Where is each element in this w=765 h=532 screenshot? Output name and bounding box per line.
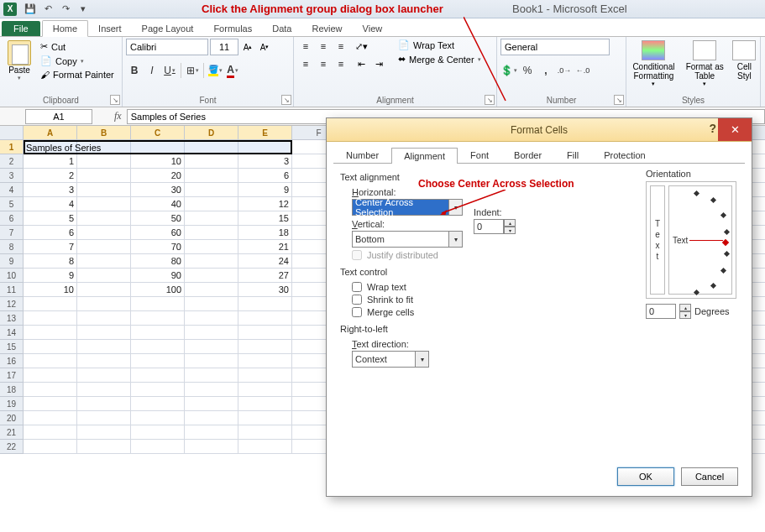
- row-header-3[interactable]: 3: [0, 169, 24, 183]
- cell[interactable]: 12: [238, 197, 292, 211]
- row-header-5[interactable]: 5: [0, 197, 24, 211]
- tab-formulas[interactable]: Formulas: [203, 21, 262, 36]
- cell[interactable]: 100: [131, 283, 185, 297]
- cell[interactable]: [131, 326, 185, 340]
- cell[interactable]: 21: [238, 240, 292, 254]
- cell[interactable]: [185, 354, 238, 368]
- cell[interactable]: 90: [131, 269, 185, 283]
- cell[interactable]: [77, 226, 131, 240]
- cancel-button[interactable]: Cancel: [681, 467, 738, 486]
- dialog-close-button[interactable]: ✕: [718, 118, 752, 141]
- indent-spinner[interactable]: 0: [474, 219, 504, 234]
- bottom-align-button[interactable]: ≡: [333, 39, 349, 54]
- cell[interactable]: [131, 140, 185, 154]
- clipboard-launcher[interactable]: ↘: [110, 95, 120, 105]
- cell[interactable]: 6: [238, 169, 292, 183]
- orientation-dial[interactable]: Text: [668, 185, 732, 295]
- cell[interactable]: [185, 269, 238, 283]
- dlg-tab-border[interactable]: Border: [501, 147, 554, 163]
- cell[interactable]: 10: [131, 154, 185, 169]
- cell[interactable]: 50: [131, 211, 185, 226]
- orientation-button[interactable]: ⤢▾: [353, 39, 369, 54]
- cell[interactable]: [185, 340, 238, 354]
- cell[interactable]: 3: [238, 154, 292, 169]
- cell[interactable]: [77, 211, 131, 226]
- cell[interactable]: [77, 197, 131, 211]
- cell[interactable]: 30: [131, 183, 185, 197]
- qat-customize-icon[interactable]: ▾: [76, 2, 91, 17]
- cell[interactable]: [238, 354, 292, 368]
- dlg-tab-font[interactable]: Font: [458, 147, 501, 163]
- cell[interactable]: [131, 425, 185, 440]
- tab-review[interactable]: Review: [301, 21, 352, 36]
- cell[interactable]: 18: [238, 226, 292, 240]
- cell[interactable]: 24: [238, 254, 292, 269]
- cell[interactable]: 3: [24, 183, 77, 197]
- cell[interactable]: [77, 154, 131, 169]
- row-header-6[interactable]: 6: [0, 211, 24, 226]
- cell[interactable]: [77, 411, 131, 425]
- vertical-combo-button[interactable]: ▾: [449, 231, 463, 248]
- cell[interactable]: 9: [238, 183, 292, 197]
- redo-button[interactable]: ↷: [58, 2, 73, 17]
- cell[interactable]: [131, 354, 185, 368]
- row-header-15[interactable]: 15: [0, 340, 24, 354]
- bold-button[interactable]: B: [126, 62, 143, 79]
- cell[interactable]: 80: [131, 254, 185, 269]
- row-header-14[interactable]: 14: [0, 326, 24, 340]
- font-name-combo[interactable]: [126, 39, 208, 55]
- cell[interactable]: [185, 311, 238, 326]
- col-header-A[interactable]: A: [24, 126, 77, 140]
- dlg-tab-fill[interactable]: Fill: [554, 147, 591, 163]
- paste-button[interactable]: Paste ▾: [3, 39, 35, 81]
- cell[interactable]: [77, 283, 131, 297]
- col-header-D[interactable]: D: [185, 126, 238, 140]
- cell[interactable]: 5: [24, 211, 77, 226]
- cell[interactable]: 1: [24, 154, 77, 169]
- cell[interactable]: [238, 326, 292, 340]
- cell[interactable]: [185, 326, 238, 340]
- indent-up-button[interactable]: ▴: [504, 219, 516, 227]
- comma-button[interactable]: ,: [537, 62, 554, 79]
- cell[interactable]: [185, 226, 238, 240]
- decrease-indent-button[interactable]: ⇤: [353, 56, 369, 71]
- font-launcher[interactable]: ↘: [281, 95, 291, 105]
- row-header-11[interactable]: 11: [0, 283, 24, 297]
- row-header-13[interactable]: 13: [0, 311, 24, 326]
- cell[interactable]: [185, 169, 238, 183]
- increase-indent-button[interactable]: ⇥: [370, 56, 387, 71]
- dlg-tab-number[interactable]: Number: [333, 147, 391, 163]
- cell[interactable]: [77, 311, 131, 326]
- fill-color-button[interactable]: 🪣: [207, 62, 223, 79]
- cell[interactable]: [131, 311, 185, 326]
- cell[interactable]: [238, 411, 292, 425]
- cell[interactable]: [77, 340, 131, 354]
- merge-center-button[interactable]: ⬌Merge & Center▾: [396, 53, 484, 65]
- horizontal-combo-button[interactable]: ▾: [449, 199, 463, 216]
- wrap-text-button[interactable]: 📄Wrap Text: [396, 39, 484, 51]
- cell[interactable]: [185, 240, 238, 254]
- horizontal-combo[interactable]: Center Across Selection: [352, 199, 449, 216]
- cell[interactable]: [185, 368, 238, 383]
- cell[interactable]: [24, 311, 77, 326]
- cell[interactable]: [131, 411, 185, 425]
- degrees-spinner[interactable]: 0: [646, 304, 676, 319]
- cut-button[interactable]: ✂Cut: [39, 40, 116, 53]
- cell[interactable]: [238, 340, 292, 354]
- row-header-17[interactable]: 17: [0, 368, 24, 383]
- cell[interactable]: 15: [238, 211, 292, 226]
- ok-button[interactable]: OK: [617, 467, 674, 486]
- cell[interactable]: 20: [131, 169, 185, 183]
- cell[interactable]: [77, 368, 131, 383]
- top-align-button[interactable]: ≡: [297, 39, 314, 54]
- cell[interactable]: [131, 340, 185, 354]
- cell[interactable]: [185, 197, 238, 211]
- cell[interactable]: [238, 311, 292, 326]
- cell[interactable]: [77, 440, 131, 454]
- col-header-E[interactable]: E: [238, 126, 292, 140]
- select-all-corner[interactable]: [0, 126, 24, 140]
- decrease-decimal-button[interactable]: ←.0: [574, 62, 591, 79]
- degrees-down-button[interactable]: ▾: [679, 311, 691, 319]
- indent-down-button[interactable]: ▾: [504, 227, 516, 234]
- merge-cells-checkbox[interactable]: [352, 307, 362, 317]
